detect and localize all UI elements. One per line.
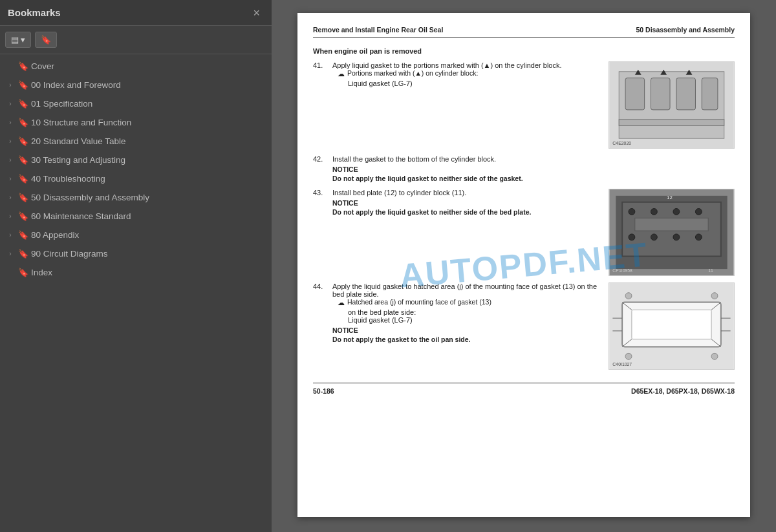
step-row-44: Apply the liquid gasket to hatched area … [332, 282, 735, 370]
bookmark-item-index[interactable]: › 🔖 Index [0, 263, 272, 282]
step-main-42: Install the gasket to the bottom of the … [332, 155, 496, 163]
bookmark-item-90[interactable]: › 🔖 90 Circuit Diagrams [0, 244, 272, 263]
sub-icon-41-1: ☁ [338, 70, 345, 78]
bookmark-icon-index: 🔖 [18, 268, 28, 277]
bookmark-icon-10: 🔖 [18, 118, 28, 127]
svg-rect-2 [625, 78, 645, 110]
doc-header-left: Remove and Install Engine Rear Oil Seal [313, 26, 443, 34]
step-main-43: Install bed plate (12) to cylinder block… [332, 189, 466, 197]
bookmark-item-60[interactable]: › 🔖 60 Maintenance Standard [0, 207, 272, 226]
step-num-42: 42. [313, 155, 327, 182]
chevron-50: › [5, 194, 16, 201]
step-sub-41-1: ☁ Portions marked with (▲) on cylinder b… [338, 69, 602, 78]
bookmark-icon-80: 🔖 [18, 230, 28, 240]
notice-text-42: Do not apply the liquid gasket to neithe… [332, 175, 735, 182]
step-content-42: Install the gasket to the bottom of the … [332, 155, 735, 182]
svg-rect-22 [635, 218, 708, 231]
step-sub-44-1: ☁ Hatched area (j) of mounting face of g… [338, 298, 602, 307]
chevron-40: › [5, 175, 16, 182]
svg-text:11: 11 [708, 268, 713, 273]
bookmark-icon-20: 🔖 [18, 136, 28, 146]
bookmark-item-cover[interactable]: › 🔖 Cover [0, 57, 272, 76]
step-sub-44-3: Liquid gasket (LG-7) [348, 316, 602, 324]
list-icon: ▤ [11, 35, 19, 45]
step-num-41: 41. [313, 61, 327, 149]
step-num-43: 43. [313, 189, 327, 276]
bookmark-label-90: 90 Circuit Diagrams [31, 249, 266, 259]
bookmark-icon-50: 🔖 [18, 193, 28, 202]
sub-text-41-2: Liquid gasket (LG-7) [348, 80, 413, 87]
svg-rect-4 [676, 78, 696, 110]
svg-rect-6 [619, 120, 724, 126]
sidebar-toolbar: ▤ ▾ 🔖 [0, 26, 272, 54]
svg-text:12: 12 [667, 195, 673, 200]
doc-header: Remove and Install Engine Rear Oil Seal … [313, 26, 735, 38]
doc-step-43: 43. Install bed plate (12) to cylinder b… [313, 189, 735, 276]
sub-text-44-1: Hatched area (j) of mounting face of gas… [347, 298, 491, 306]
svg-point-21 [695, 234, 702, 240]
svg-point-17 [695, 209, 702, 215]
svg-point-20 [673, 234, 680, 240]
bookmark-item-00[interactable]: › 🔖 00 Index and Foreword [0, 76, 272, 94]
svg-rect-3 [651, 78, 670, 110]
step-image-44: C40I1027 [609, 282, 735, 370]
step-image-43: CP1I0958 11 12 [609, 189, 735, 276]
chevron-01: › [5, 100, 16, 107]
svg-point-19 [651, 234, 657, 240]
bookmark-button[interactable]: 🔖 [35, 32, 57, 48]
bookmark-label-00: 00 Index and Foreword [31, 80, 266, 90]
svg-text:C40I1027: C40I1027 [612, 362, 632, 367]
step-row-43: Install bed plate (12) to cylinder block… [332, 189, 735, 276]
chevron-30: › [5, 156, 16, 164]
svg-rect-5 [702, 78, 718, 110]
bookmark-item-40[interactable]: › 🔖 40 Troubleshooting [0, 169, 272, 188]
svg-rect-28 [632, 310, 711, 339]
svg-point-33 [625, 293, 632, 299]
notice-label-42: NOTICE [332, 165, 735, 173]
step-sub-41-2: Liquid gasket (LG-7) [348, 80, 602, 87]
step-content-43: Install bed plate (12) to cylinder block… [332, 189, 735, 276]
step-text-44: Apply the liquid gasket to hatched area … [332, 282, 602, 343]
chevron-80: › [5, 231, 16, 239]
bookmark-label-cover: Cover [31, 61, 266, 71]
bookmark-icon: 🔖 [41, 35, 51, 45]
chevron-60: › [5, 213, 16, 220]
svg-point-16 [673, 209, 680, 215]
svg-point-15 [651, 209, 657, 215]
sub-text-41-1: Portions marked with (▲) on cylinder blo… [347, 69, 478, 77]
doc-footer: 50-186 D65EX-18, D65PX-18, D65WX-18 [313, 383, 735, 395]
bookmark-item-01[interactable]: › 🔖 01 Specification [0, 94, 272, 113]
bookmark-label-index: Index [31, 268, 266, 277]
sub-text-44-3: Liquid gasket (LG-7) [348, 316, 413, 324]
document-page: AUTOPDF.NET Remove and Install Engine Re… [297, 13, 750, 517]
bookmark-item-10[interactable]: › 🔖 10 Structure and Function [0, 113, 272, 132]
bookmark-label-30: 30 Testing and Adjusting [31, 155, 266, 165]
bookmark-label-40: 40 Troubleshooting [31, 174, 266, 184]
bookmark-item-80[interactable]: › 🔖 80 Appendix [0, 226, 272, 244]
chevron-00: › [5, 81, 16, 89]
doc-section-title: When engine oil pan is removed [313, 47, 735, 55]
bookmark-label-01: 01 Specification [31, 99, 266, 109]
bookmark-label-20: 20 Standard Value Table [31, 136, 266, 146]
bookmark-label-60: 60 Maintenance Standard [31, 211, 266, 221]
bookmark-icon-60: 🔖 [18, 211, 28, 221]
step-num-44: 44. [313, 282, 327, 370]
bookmark-item-30[interactable]: › 🔖 30 Testing and Adjusting [0, 151, 272, 169]
list-view-button[interactable]: ▤ ▾ [5, 32, 31, 48]
svg-point-35 [625, 353, 632, 359]
bookmark-item-20[interactable]: › 🔖 20 Standard Value Table [0, 132, 272, 151]
step-sub-44-2: on the bed plate side: [348, 308, 602, 316]
bookmark-icon-90: 🔖 [18, 249, 28, 259]
bookmark-item-50[interactable]: › 🔖 50 Disassembly and Assembly [0, 188, 272, 207]
sub-text-44-2: on the bed plate side: [348, 308, 416, 316]
svg-point-14 [629, 209, 635, 215]
chevron-90: › [5, 250, 16, 257]
close-button[interactable]: × [249, 6, 264, 20]
doc-step-41: 41. Apply liquid gasket to the portions … [313, 61, 735, 149]
notice-text-43: Do not apply the liquid gasket to neithe… [332, 208, 602, 216]
step-text-43: Install bed plate (12) to cylinder block… [332, 189, 602, 216]
doc-step-42: 42. Install the gasket to the bottom of … [313, 155, 735, 182]
notice-text-44: Do not apply the gasket to the oil pan s… [332, 335, 602, 343]
step-content-41: Apply liquid gasket to the portions mark… [332, 61, 735, 149]
notice-label-43: NOTICE [332, 199, 602, 207]
